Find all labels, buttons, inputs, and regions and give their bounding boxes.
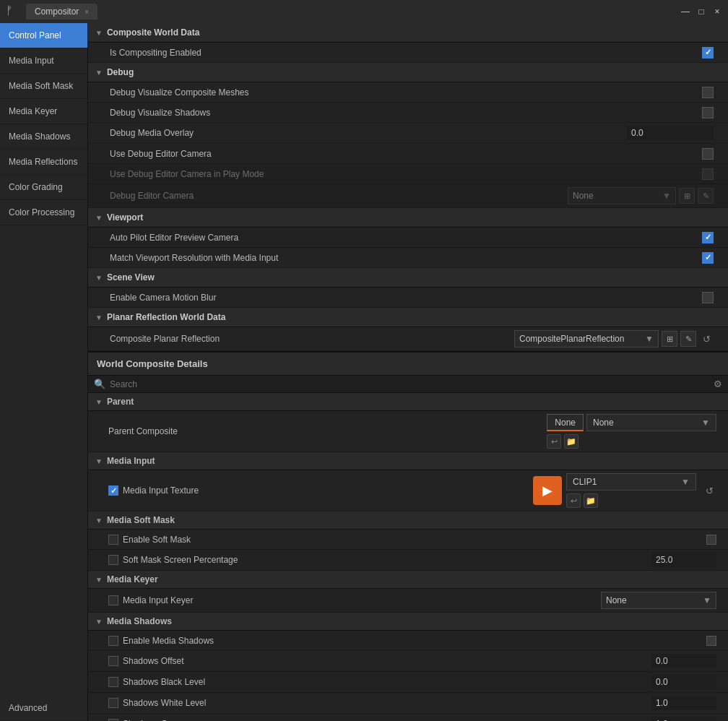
clip-nav-browse-icon[interactable]: 📁 [584, 493, 598, 508]
enable-shadows-value-checkbox[interactable] [706, 636, 716, 646]
sidebar-item-media-reflections[interactable]: Media Reflections [0, 150, 87, 175]
debug-visualize-shadows-checkbox[interactable] [702, 107, 714, 118]
camera-motion-blur-checkbox[interactable] [702, 292, 714, 303]
planar-reset-button[interactable]: ↺ [699, 332, 714, 346]
soft-mask-pct-check-label: Soft Mask Screen Percentage [108, 555, 646, 565]
media-input-texture-row: Media Input Texture ▶ CLIP1 ▼ ↩ 📁 [88, 470, 728, 511]
sidebar-item-advanced[interactable]: Advanced [0, 696, 87, 721]
autopilot-label: Auto Pilot Editor Preview Camera [110, 233, 702, 243]
tab-close-button[interactable]: × [84, 8, 89, 16]
main-layout: Control Panel Media Input Media Soft Mas… [0, 23, 728, 721]
sidebar-item-color-processing[interactable]: Color Processing [0, 200, 87, 225]
title-bar: ᚠ Compositor × — □ × [0, 0, 728, 23]
maximize-button[interactable]: □ [696, 7, 706, 17]
tab-label: Compositor [35, 7, 79, 17]
debug-collapse-icon[interactable]: ▼ [95, 69, 103, 77]
soft-mask-pct-checkbox[interactable] [108, 555, 118, 565]
clip-nav-icons: ↩ 📁 [566, 493, 696, 508]
soft-mask-collapse-icon[interactable]: ▼ [95, 517, 103, 524]
shadows-gamma-input[interactable] [651, 717, 716, 721]
parent-none-button[interactable]: None [547, 414, 584, 431]
sidebar-item-media-input[interactable]: Media Input [0, 48, 87, 74]
shadows-black-input[interactable] [651, 675, 716, 689]
keyer-row-checkbox[interactable] [108, 595, 118, 605]
parent-collapse-icon[interactable]: ▼ [95, 398, 103, 406]
scene-view-header: ▼ Scene View [88, 268, 728, 288]
composite-world-data-header: ▼ Composite World Data [88, 23, 728, 43]
sidebar-item-media-keyer[interactable]: Media Keyer [0, 99, 87, 124]
shadows-black-checkbox[interactable] [108, 677, 118, 687]
search-input[interactable] [110, 379, 709, 389]
app-logo: ᚠ [6, 4, 20, 19]
sidebar-item-control-panel[interactable]: Control Panel [0, 23, 87, 48]
settings-icon[interactable]: ⚙ [714, 379, 722, 389]
soft-mask-pct-input[interactable] [651, 553, 716, 567]
keyer-collapse-icon[interactable]: ▼ [95, 576, 103, 584]
collapse-icon[interactable]: ▼ [95, 29, 103, 37]
viewport-header: ▼ Viewport [88, 208, 728, 228]
media-input-keyer-row: Media Input Keyer None ▼ [88, 589, 728, 613]
keyer-dropdown[interactable]: None ▼ [601, 592, 716, 609]
autopilot-checkbox[interactable] [702, 232, 714, 243]
shadows-white-input[interactable] [651, 696, 716, 710]
parent-composite-label: Parent Composite [108, 426, 541, 436]
keyer-check-label: Media Input Keyer [108, 595, 595, 605]
enable-shadows-label: Enable Media Shadows [123, 636, 701, 646]
enable-soft-mask-label: Enable Soft Mask [123, 535, 701, 545]
use-debug-camera-play-label: Use Debug Editor Camera in Play Mode [110, 169, 702, 179]
shadows-offset-input[interactable] [651, 654, 716, 668]
is-compositing-row: Is Compositing Enabled [88, 43, 728, 63]
sidebar-item-media-soft-mask[interactable]: Media Soft Mask [0, 74, 87, 99]
scene-view-label: Scene View [107, 272, 155, 282]
shadows-white-checkbox[interactable] [108, 698, 118, 708]
clip-dropdown[interactable]: CLIP1 ▼ [566, 473, 696, 491]
sidebar: Control Panel Media Input Media Soft Mas… [0, 23, 88, 721]
composite-planar-dropdown[interactable]: CompositePlanarReflection ▼ [514, 330, 659, 347]
planar-collapse-icon[interactable]: ▼ [95, 314, 103, 321]
debug-visualize-meshes-checkbox[interactable] [702, 87, 714, 98]
shadows-collapse-icon[interactable]: ▼ [95, 618, 103, 626]
is-compositing-checkbox[interactable] [702, 47, 714, 59]
clip-nav-back-icon[interactable]: ↩ [566, 493, 581, 508]
viewport-collapse-icon[interactable]: ▼ [95, 214, 103, 222]
clip-dropdown-arrow-icon: ▼ [681, 477, 690, 487]
scene-view-collapse-icon[interactable]: ▼ [95, 274, 103, 282]
media-input-texture-checkbox[interactable] [108, 485, 118, 496]
media-input-reset-button[interactable]: ↺ [702, 483, 716, 498]
debug-label: Debug [107, 67, 134, 77]
shadows-offset-checkbox[interactable] [108, 656, 118, 666]
close-window-button[interactable]: × [712, 7, 722, 17]
use-debug-camera-checkbox[interactable] [702, 148, 714, 160]
parent-dropdown[interactable]: None ▼ [586, 414, 716, 431]
media-input-collapse-icon[interactable]: ▼ [95, 457, 103, 465]
content-area: ▼ Composite World Data Is Compositing En… [88, 23, 728, 721]
parent-nav-browse-icon[interactable]: 📁 [564, 434, 578, 449]
planar-expand-icon[interactable]: ⊞ [662, 331, 677, 347]
media-shadows-label: Media Shadows [107, 616, 172, 626]
enable-soft-mask-value-checkbox[interactable] [706, 535, 716, 545]
composite-world-data-label: Composite World Data [107, 27, 199, 38]
planar-edit-icon[interactable]: ✎ [680, 331, 696, 347]
shadows-gamma-row: Shadows Gamma [88, 714, 728, 721]
parent-nav-back-icon[interactable]: ↩ [547, 434, 561, 449]
minimize-button[interactable]: — [680, 7, 690, 17]
enable-shadows-row-checkbox[interactable] [108, 636, 118, 646]
parent-composite-row: Parent Composite None None ▼ ↩ 📁 [88, 411, 728, 452]
enable-soft-mask-row-checkbox[interactable] [108, 535, 118, 545]
sidebar-item-media-shadows[interactable]: Media Shadows [0, 124, 87, 150]
media-keyer-label: Media Keyer [107, 574, 158, 584]
parent-nav-icons: ↩ 📁 [547, 434, 716, 449]
parent-section-header: ▼ Parent [88, 393, 728, 411]
sidebar-item-color-grading[interactable]: Color Grading [0, 175, 87, 200]
window-controls: — □ × [680, 7, 722, 17]
debug-media-overlay-input[interactable] [627, 126, 714, 140]
parent-composite-top: None None ▼ [547, 414, 716, 431]
compositor-tab[interactable]: Compositor × [26, 4, 98, 20]
use-debug-camera-label: Use Debug Editor Camera [110, 149, 702, 159]
dropdown-arrow2-icon: ▼ [645, 334, 654, 344]
search-icon: 🔍 [94, 379, 105, 389]
match-viewport-checkbox[interactable] [702, 252, 714, 264]
soft-mask-pct-label: Soft Mask Screen Percentage [123, 555, 646, 565]
shadows-black-check-label: Shadows Black Level [108, 677, 646, 687]
shadows-offset-check-label: Shadows Offset [108, 656, 646, 666]
